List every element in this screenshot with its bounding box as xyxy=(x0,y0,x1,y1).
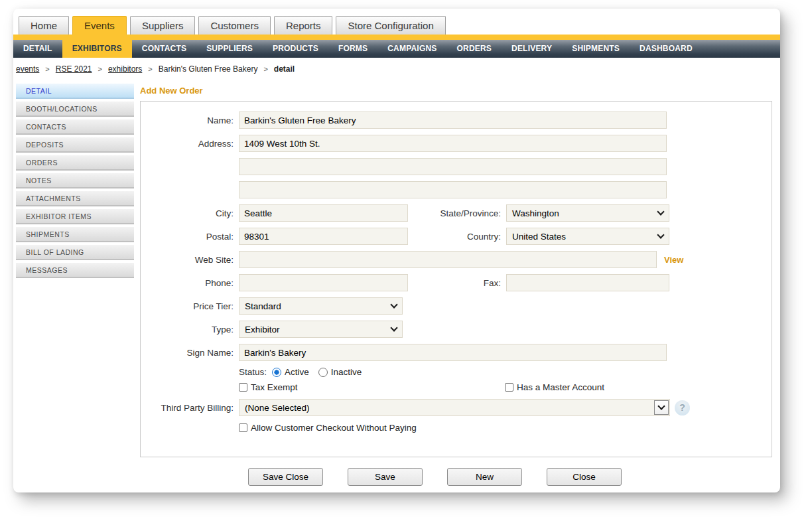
close-button[interactable]: Close xyxy=(547,468,622,486)
sidebar-item-contacts[interactable]: CONTACTS xyxy=(16,119,134,135)
name-field[interactable] xyxy=(239,112,667,129)
price-tier-select[interactable]: Standard xyxy=(239,297,403,315)
save-button[interactable]: Save xyxy=(348,468,423,486)
sidebar-item-shipments[interactable]: SHIPMENTS xyxy=(16,227,134,242)
sidebar-item-deposits[interactable]: DEPOSITS xyxy=(16,137,134,153)
status-inactive-label: Inactive xyxy=(331,367,362,377)
address-line2-field[interactable] xyxy=(239,158,667,175)
address-line1-field[interactable] xyxy=(239,135,667,152)
city-field[interactable] xyxy=(239,204,408,222)
breadcrumb-separator: > xyxy=(148,65,152,73)
website-label: Web Site: xyxy=(141,255,239,265)
breadcrumb-separator: > xyxy=(98,65,102,73)
type-label: Type: xyxy=(141,325,239,335)
status-inactive-radio[interactable] xyxy=(318,368,328,377)
top-tab-bar: Home Events Suppliers Customers Reports … xyxy=(13,9,780,35)
subnav-dashboard[interactable]: DASHBOARD xyxy=(630,40,703,58)
third-party-billing-select[interactable]: (None Selected) xyxy=(239,399,670,416)
tab-reports[interactable]: Reports xyxy=(274,16,333,35)
sidebar-item-detail[interactable]: DETAIL xyxy=(16,84,134,99)
tab-suppliers[interactable]: Suppliers xyxy=(130,16,196,35)
tax-exempt-label: Tax Exempt xyxy=(251,382,505,392)
fax-field[interactable] xyxy=(506,274,669,291)
sub-nav-bar: DETAIL EXHIBITORS CONTACTS SUPPLIERS PRO… xyxy=(13,40,780,58)
country-selected-value: United States xyxy=(512,232,658,242)
accent-strip xyxy=(13,35,780,40)
app-window: Home Events Suppliers Customers Reports … xyxy=(13,9,780,492)
type-selected-value: Exhibitor xyxy=(245,325,391,335)
name-label: Name: xyxy=(141,115,239,125)
phone-label: Phone: xyxy=(141,278,239,288)
subnav-contacts[interactable]: CONTACTS xyxy=(132,40,196,58)
postal-label: Postal: xyxy=(141,232,239,242)
subnav-forms[interactable]: FORMS xyxy=(328,40,377,58)
fax-label: Fax: xyxy=(408,278,506,288)
breadcrumb-current-page: detail xyxy=(274,64,295,74)
state-label: State/Province: xyxy=(408,208,506,218)
chevron-down-icon xyxy=(390,301,397,308)
country-select[interactable]: United States xyxy=(506,228,669,245)
sidebar-item-orders[interactable]: ORDERS xyxy=(16,155,134,171)
subnav-campaigns[interactable]: CAMPAIGNS xyxy=(377,40,446,58)
breadcrumb-separator: > xyxy=(45,65,49,73)
master-account-checkbox[interactable] xyxy=(505,383,513,392)
new-button[interactable]: New xyxy=(447,468,522,486)
status-active-radio[interactable] xyxy=(272,368,281,377)
tab-store-configuration[interactable]: Store Configuration xyxy=(336,16,445,35)
subnav-shipments[interactable]: SHIPMENTS xyxy=(562,40,630,58)
allow-checkout-label: Allow Customer Checkout Without Paying xyxy=(251,423,417,433)
third-party-billing-label: Third Party Billing: xyxy=(141,403,239,413)
sidebar: DETAIL BOOTH/LOCATIONS CONTACTS DEPOSITS… xyxy=(16,84,134,486)
help-icon[interactable]: ? xyxy=(675,400,690,415)
breadcrumb-event-name[interactable]: RSE 2021 xyxy=(56,64,92,74)
price-tier-selected-value: Standard xyxy=(245,301,391,311)
page-title: Add New Order xyxy=(140,86,772,96)
sidebar-item-exhibitor-items[interactable]: EXHIBITOR ITEMS xyxy=(16,209,134,224)
website-field[interactable] xyxy=(239,251,657,268)
view-website-link[interactable]: View xyxy=(664,255,683,265)
phone-field[interactable] xyxy=(239,274,408,291)
subnav-detail[interactable]: DETAIL xyxy=(13,40,62,58)
dropdown-button[interactable] xyxy=(654,400,669,415)
price-tier-label: Price Tier: xyxy=(141,301,239,311)
subnav-suppliers[interactable]: SUPPLIERS xyxy=(196,40,263,58)
breadcrumb-exhibitors[interactable]: exhibitors xyxy=(108,64,142,74)
sign-name-field[interactable] xyxy=(239,344,667,361)
sidebar-item-messages[interactable]: MESSAGES xyxy=(16,263,134,278)
subnav-products[interactable]: PRODUCTS xyxy=(263,40,328,58)
tab-home[interactable]: Home xyxy=(19,16,69,35)
breadcrumb-exhibitor-name: Barkin's Gluten Free Bakery xyxy=(159,64,258,74)
sidebar-item-notes[interactable]: NOTES xyxy=(16,173,134,188)
allow-checkout-checkbox[interactable] xyxy=(239,423,247,432)
tax-exempt-checkbox[interactable] xyxy=(239,383,247,392)
state-selected-value: Washington xyxy=(512,208,658,218)
sign-name-label: Sign Name: xyxy=(141,348,239,358)
breadcrumb: events > RSE 2021 > exhibitors > Barkin'… xyxy=(13,58,780,80)
subnav-orders[interactable]: ORDERS xyxy=(447,40,502,58)
tab-customers[interactable]: Customers xyxy=(198,16,271,35)
status-active-label: Active xyxy=(285,367,309,377)
address-label: Address: xyxy=(141,139,239,149)
type-select[interactable]: Exhibitor xyxy=(239,321,403,338)
state-select[interactable]: Washington xyxy=(506,204,669,222)
address-line3-field[interactable] xyxy=(239,181,667,198)
postal-field[interactable] xyxy=(239,228,408,245)
sidebar-item-booth-locations[interactable]: BOOTH/LOCATIONS xyxy=(16,102,134,117)
country-label: Country: xyxy=(408,232,506,242)
form-button-row: Save Close Save New Close xyxy=(248,468,772,486)
chevron-down-icon xyxy=(657,402,665,410)
master-account-label: Has a Master Account xyxy=(517,382,604,392)
status-label: Status: xyxy=(239,367,267,377)
chevron-down-icon xyxy=(390,324,397,331)
tab-events[interactable]: Events xyxy=(72,16,127,35)
save-close-button[interactable]: Save Close xyxy=(248,468,323,486)
sidebar-item-attachments[interactable]: ATTACHMENTS xyxy=(16,191,134,206)
breadcrumb-events[interactable]: events xyxy=(16,64,39,74)
breadcrumb-separator: > xyxy=(263,65,267,73)
subnav-delivery[interactable]: DELIVERY xyxy=(502,40,562,58)
subnav-exhibitors[interactable]: EXHIBITORS xyxy=(62,40,132,58)
third-party-billing-value: (None Selected) xyxy=(245,403,654,413)
chevron-down-icon xyxy=(657,231,664,238)
chevron-down-icon xyxy=(657,208,664,215)
sidebar-item-bill-of-lading[interactable]: BILL OF LADING xyxy=(16,245,134,260)
